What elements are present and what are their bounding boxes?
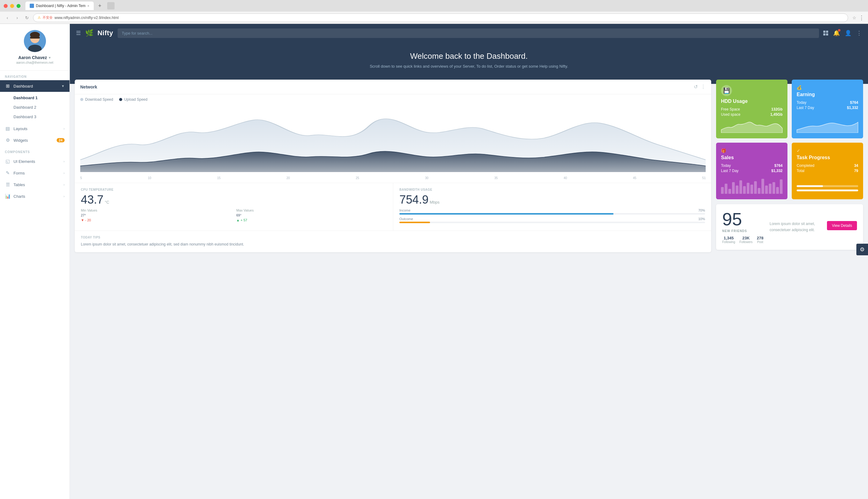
earning-title: Earning bbox=[797, 92, 858, 97]
task-completed-label: Completed bbox=[797, 163, 815, 168]
task-completed-val: 34 bbox=[854, 163, 858, 168]
cpu-max-label: Max Values bbox=[237, 208, 387, 212]
sales-title: Sales bbox=[721, 155, 783, 160]
outcome-label-row: Outcome 10% bbox=[399, 217, 705, 221]
settings-gear-button[interactable]: ⚙ bbox=[856, 244, 868, 255]
task-progress-bars bbox=[797, 184, 858, 194]
app-container: Aaron Chavez ▼ aaron.cha@themeon.net NAV… bbox=[0, 24, 868, 499]
view-details-button[interactable]: View Details bbox=[827, 221, 857, 230]
search-input[interactable] bbox=[118, 28, 819, 38]
sales-top: 🎁 Sales Today $764 Last 7 Day $1,332 bbox=[721, 148, 783, 174]
nav-sub-dashboard1[interactable]: Dashboard 1 bbox=[0, 93, 70, 102]
back-button[interactable]: ‹ bbox=[4, 14, 11, 22]
nav-item-layouts[interactable]: ▤ Layouts › bbox=[0, 123, 70, 134]
tables-arrow-icon: › bbox=[63, 183, 65, 186]
top-header: ☰ 🌿 Nifty 🔔 👤 ⋮ bbox=[70, 24, 868, 42]
browser-minimize-dot[interactable] bbox=[10, 4, 14, 8]
nav-item-charts[interactable]: 📊 Charts › bbox=[0, 191, 70, 202]
ui-elements-icon: ◱ bbox=[5, 159, 10, 164]
nav-item-tables[interactable]: ☰ Tables › bbox=[0, 179, 70, 191]
nav-item-dashboard[interactable]: ⊞ Dashboard ▼ bbox=[0, 80, 70, 92]
browser-tab[interactable]: Dashboard | Nifty - Admin Tem × bbox=[25, 1, 94, 10]
browser-close-dot[interactable] bbox=[4, 4, 8, 8]
bookmark-star-icon[interactable]: ☆ bbox=[852, 15, 856, 20]
today-tips-label: TODAY TIPS bbox=[81, 236, 705, 239]
tab-close-button[interactable]: × bbox=[87, 4, 89, 8]
outcome-bar-background bbox=[399, 222, 705, 223]
task-top: ✓ Task Progress Completed 34 Total 79 bbox=[797, 148, 858, 174]
earning-icon: 💰 bbox=[797, 85, 858, 90]
bar-10 bbox=[754, 181, 757, 194]
social-label: NEW FRIENDS bbox=[722, 229, 763, 233]
dashboard-icon: ⊞ bbox=[5, 83, 10, 89]
hdd-sparkline bbox=[721, 118, 783, 133]
forward-button[interactable]: › bbox=[13, 14, 21, 22]
widgets-badge: 24 bbox=[57, 138, 65, 142]
bandwidth-label: BANDWIDTH USAGE bbox=[399, 188, 705, 191]
welcome-subtitle: Scroll down to see quick links and overv… bbox=[76, 64, 862, 69]
tab-thumbnail bbox=[107, 2, 114, 10]
user-name: Aaron Chavez bbox=[19, 55, 47, 60]
cpu-max-change: ▲ + 57 bbox=[237, 218, 387, 222]
browser-maximize-dot[interactable] bbox=[16, 4, 21, 8]
social-number: 95 bbox=[722, 210, 763, 228]
nav-sub-dashboard3[interactable]: Dashboard 3 bbox=[0, 112, 70, 122]
task-total-bar-bg bbox=[797, 190, 858, 191]
hamburger-menu-icon[interactable]: ☰ bbox=[76, 30, 81, 36]
download-legend-item: Download Speed bbox=[80, 97, 113, 102]
income-bar-background bbox=[399, 213, 705, 215]
cpu-min-label: Min Values bbox=[81, 208, 231, 212]
bar-13 bbox=[765, 185, 768, 194]
chart-label-5: 5 bbox=[80, 177, 82, 180]
income-label: Income bbox=[399, 208, 410, 212]
nav-item-forms[interactable]: ✎ Forms › bbox=[0, 167, 70, 179]
refresh-icon[interactable]: ↺ bbox=[694, 84, 698, 90]
security-lock-icon: ⚠ bbox=[38, 16, 41, 20]
reload-button[interactable]: ↻ bbox=[23, 14, 31, 22]
avatar bbox=[24, 30, 46, 52]
sidebar: Aaron Chavez ▼ aaron.cha@themeon.net NAV… bbox=[0, 24, 70, 499]
more-options-icon[interactable]: ⋮ bbox=[701, 84, 706, 90]
bar-4 bbox=[732, 182, 735, 194]
following-val: 1,345 bbox=[722, 236, 735, 240]
earning-today-label: Today bbox=[797, 100, 806, 105]
grid-view-icon[interactable] bbox=[823, 31, 828, 36]
cpu-stat-block: CPU TEMPERATURE 43.7 °C Min Values Max V… bbox=[75, 183, 393, 231]
main-content-area: ☰ 🌿 Nifty 🔔 👤 ⋮ bbox=[70, 24, 868, 499]
widgets-grid: 💾 HDD Usage Free Space 132Gb Used space … bbox=[716, 80, 863, 199]
browser-menu-icon[interactable]: ⋮ bbox=[859, 14, 864, 21]
bar-3 bbox=[728, 189, 731, 194]
user-profile-icon[interactable]: 👤 bbox=[845, 30, 852, 36]
more-menu-icon[interactable]: ⋮ bbox=[856, 30, 862, 36]
social-card: 95 NEW FRIENDS 1,345 Following 23K Follo… bbox=[716, 204, 863, 250]
nav-label-widgets: Widgets bbox=[13, 138, 53, 143]
hdd-free-label: Free Space bbox=[721, 107, 740, 111]
nav-label-charts: Charts bbox=[13, 194, 60, 199]
chart-legend: Download Speed Upload Speed bbox=[75, 94, 711, 105]
bandwidth-bars: Income 70% Outcome 10% bbox=[399, 208, 705, 223]
earning-widget: 💰 Earning Today $764 Last 7 Day $1,332 bbox=[792, 80, 863, 138]
nav-item-widgets[interactable]: ⚙ Widgets 24 bbox=[0, 134, 70, 146]
nav-item-ui-elements[interactable]: ◱ UI Elements › bbox=[0, 156, 70, 167]
user-dropdown-arrow[interactable]: ▼ bbox=[48, 56, 51, 59]
widgets-icon: ⚙ bbox=[5, 137, 10, 143]
nav-label-dashboard: Dashboard bbox=[13, 84, 58, 88]
user-name-row[interactable]: Aaron Chavez ▼ bbox=[19, 55, 51, 60]
sales-week-label: Last 7 Day bbox=[721, 169, 738, 173]
bar-14 bbox=[769, 184, 772, 194]
sales-week-row: Last 7 Day $1,332 bbox=[721, 169, 783, 173]
address-bar[interactable]: ⚠ 不安全 www.niftyadmin.cn/nifty-v2.9/index… bbox=[33, 13, 848, 22]
hdd-used-label: Used space bbox=[721, 112, 740, 117]
social-card-content: 95 NEW FRIENDS 1,345 Following 23K Follo… bbox=[716, 204, 863, 250]
post-val: 278 bbox=[757, 236, 763, 240]
earning-sparkline bbox=[797, 118, 858, 133]
header-icons-group: 🔔 👤 ⋮ bbox=[823, 30, 862, 36]
grid-cell bbox=[823, 31, 825, 33]
tables-icon: ☰ bbox=[5, 182, 10, 187]
income-bar-fill bbox=[399, 213, 614, 215]
chart-label-40: 40 bbox=[564, 177, 567, 180]
notification-bell-icon[interactable]: 🔔 bbox=[833, 30, 840, 36]
new-tab-button[interactable]: + bbox=[96, 2, 104, 10]
nav-sub-dashboard2[interactable]: Dashboard 2 bbox=[0, 102, 70, 112]
sales-icon: 🎁 bbox=[721, 148, 783, 153]
